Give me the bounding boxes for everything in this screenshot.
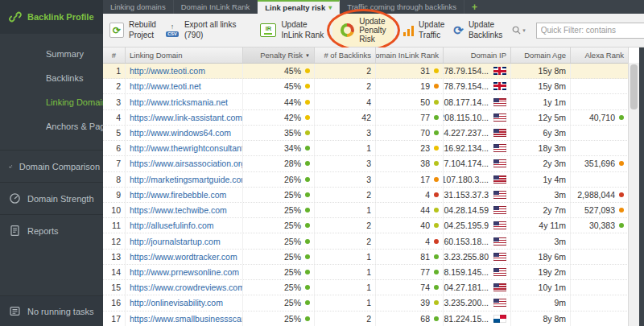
row-index-cell: 5	[103, 126, 126, 140]
sidebar-item-domain-strength[interactable]: Domain Strength	[0, 182, 103, 214]
domain-link[interactable]: https://www.airsassociation.org	[130, 159, 243, 168]
domain-ip-cell: 23.23.255.80	[444, 250, 511, 264]
table-row[interactable]: 14 http://www.prnewsonline.com 25% 1 77 …	[103, 265, 629, 280]
domain-link[interactable]: http://allusefulinfo.com	[130, 221, 213, 230]
domain-link[interactable]: https://www.crowdreviews.com	[130, 283, 243, 292]
table-row[interactable]: 4 https://www.link-assistant.com 42% 42 …	[103, 110, 629, 126]
table-row[interactable]: 13 https://www.wordtracker.com 25% 1 81 …	[103, 250, 629, 265]
column-header-domain-ip[interactable]: Domain IP	[444, 47, 511, 63]
rebuild-project-button[interactable]: ⟳ Rebuild Project	[109, 20, 156, 40]
table-row[interactable]: 15 https://www.crowdreviews.com 25% 1 74…	[103, 280, 629, 295]
country-flag-icon	[493, 159, 506, 167]
update-penalty-risk-button[interactable]: Update Penalty Risk	[332, 14, 394, 47]
row-index-cell: 1	[103, 64, 126, 78]
update-backlinks-button[interactable]: ⟳ Update Backlinks	[453, 20, 502, 40]
domain-link[interactable]: http://journalstartup.com	[130, 237, 221, 246]
backlinks-cell: 1	[315, 203, 376, 217]
domain-link[interactable]: https://www.wordtracker.com	[130, 252, 237, 262]
table-row[interactable]: 17 https://www.smallbusinessscan.co... 2…	[103, 312, 629, 326]
table-row[interactable]: 11 http://allusefulinfo.com 25% 2 40 104…	[103, 218, 629, 233]
domain-link[interactable]: http://www.thewrightconsultants.c...	[130, 143, 243, 153]
column-header-domain-age[interactable]: Domain Age	[511, 47, 571, 63]
table-row[interactable]: 7 https://www.airsassociation.org 28% 3 …	[103, 156, 629, 171]
risk-dot	[305, 84, 310, 89]
sidebar-item-backlink-profile[interactable]: Backlink Profile	[0, 0, 103, 34]
vertical-scrollbar[interactable]	[628, 63, 639, 326]
export-all-links-button[interactable]: ↑ CSV Export all links (790)	[165, 20, 236, 40]
tab-link-penalty-risk[interactable]: Link penalty risk ▾	[258, 0, 340, 14]
domain-link[interactable]: http://www.tricksmania.net	[130, 97, 228, 107]
domain-link[interactable]: http://www.firebebble.com	[130, 190, 226, 200]
table-row[interactable]: 10 https://www.techwibe.com 25% 1 44 104…	[103, 203, 629, 218]
column-header-domain-inlink-rank[interactable]: Domain InLink Rank	[376, 47, 444, 63]
domain-link[interactable]: https://www.smallbusinessscan.co...	[130, 314, 243, 324]
penalty-risk-cell: 25%	[243, 233, 315, 248]
backlinks-cell: 2	[315, 233, 376, 248]
table-row[interactable]: 12 http://journalstartup.com 25% 2 4 160…	[103, 233, 629, 249]
table-row[interactable]: 9 http://www.firebebble.com 25% 2 4 131.…	[103, 188, 629, 203]
sidebar-item-anchors-pages[interactable]: Anchors & Pages	[0, 114, 103, 138]
update-inlink-rank-button[interactable]: IR Update InLink Rank	[260, 20, 324, 40]
column-header-penalty-risk[interactable]: Penalty Risk ▼	[243, 47, 315, 63]
column-header-backlinks[interactable]: # of Backlinks	[315, 47, 376, 63]
alexa-rank-cell	[571, 94, 629, 109]
domain-ip-cell: 107.180.3....	[444, 172, 511, 187]
domain-link[interactable]: http://www.windows64.com	[130, 128, 231, 138]
risk-dot	[305, 146, 310, 151]
domain-link[interactable]: http://marketingsmartguide.com	[130, 175, 243, 184]
row-index-cell: 11	[103, 218, 126, 233]
table-row[interactable]: 2 http://www.teoti.net 45% 2 19 178.79.1…	[103, 79, 629, 94]
add-tab-button[interactable]: +	[464, 0, 485, 14]
quick-filter-input[interactable]	[536, 23, 644, 39]
table-row[interactable]: 5 http://www.windows64.com 35% 3 70 54.2…	[103, 126, 629, 141]
inlink-dot	[434, 115, 439, 120]
table-row[interactable]: 16 http://onlinevisability.com 25% 1 39 …	[103, 295, 629, 311]
inlink-rank-cell: 4	[376, 188, 444, 202]
domain-link[interactable]: http://onlinevisability.com	[130, 298, 223, 307]
country-flag-icon	[493, 221, 506, 229]
domain-link[interactable]: https://www.link-assistant.com	[130, 113, 242, 122]
chevron-down-icon[interactable]: ▾	[328, 4, 332, 11]
table-row[interactable]: 1 http://www.teoti.com 45% 2 31 178.79.1…	[103, 64, 629, 79]
tab-domain-inlink-rank[interactable]: Domain InLink Rank	[174, 0, 258, 14]
table-row[interactable]: 3 http://www.tricksmania.net 44% 4 50 10…	[103, 94, 629, 109]
domain-link[interactable]: http://www.teoti.net	[130, 81, 201, 91]
scrollbar-thumb[interactable]	[630, 64, 638, 109]
tasks-icon	[9, 305, 21, 317]
linking-domain-cell: http://www.prnewsonline.com	[126, 265, 243, 279]
domain-link[interactable]: https://www.techwibe.com	[130, 205, 227, 215]
tab-traffic-backlinks[interactable]: Traffic coming through backlinks	[340, 0, 464, 14]
alexa-rank-cell	[571, 233, 629, 248]
domain-ip-cell: 208.115.10...	[444, 110, 511, 125]
sidebar-section-label: Domain Comparison	[19, 162, 100, 171]
inlink-dot	[434, 270, 439, 274]
risk-dot	[305, 192, 310, 197]
inlink-dot	[434, 223, 439, 228]
sidebar-item-domain-comparison[interactable]: Domain Comparison	[0, 150, 103, 182]
table-header-row: # Linking Domain Penalty Risk ▼ # of Bac…	[103, 47, 629, 64]
tab-bar: Linking domains Domain InLink Rank Link …	[103, 0, 644, 14]
domain-ip-cell: 216.92.134...	[444, 141, 511, 155]
column-header-linking-domain[interactable]: Linking Domain	[126, 47, 243, 63]
backlinks-cell: 3	[315, 156, 376, 171]
row-index-cell: 6	[103, 141, 126, 155]
column-header-alexa-rank[interactable]: Alexa Rank	[571, 47, 629, 63]
domain-link[interactable]: http://www.teoti.com	[130, 66, 205, 76]
row-index-cell: 17	[103, 312, 126, 326]
table-row[interactable]: 8 http://marketingsmartguide.com 26% 3 1…	[103, 172, 629, 188]
domain-link[interactable]: http://www.prnewsonline.com	[130, 267, 239, 277]
sidebar-item-summary[interactable]: Summary	[0, 42, 103, 66]
table-row[interactable]: 6 http://www.thewrightconsultants.c... 3…	[103, 141, 629, 156]
sidebar-item-backlinks[interactable]: Backlinks	[0, 66, 103, 90]
status-text: No running tasks	[27, 307, 94, 316]
alexa-rank-cell	[571, 280, 629, 295]
backlinks-cell: 3	[315, 172, 376, 187]
inlink-dot	[434, 84, 439, 89]
inlink-rank-cell: 4	[376, 233, 444, 248]
column-header-index[interactable]: #	[103, 47, 126, 63]
update-traffic-button[interactable]: Update Traffic	[403, 20, 445, 40]
tab-linking-domains[interactable]: Linking domains	[103, 0, 174, 14]
search-mode-dropdown[interactable]: ▾	[511, 25, 526, 35]
sidebar-item-reports[interactable]: Reports	[0, 214, 103, 246]
sidebar-item-linking-domains[interactable]: Linking Domains	[0, 90, 103, 114]
